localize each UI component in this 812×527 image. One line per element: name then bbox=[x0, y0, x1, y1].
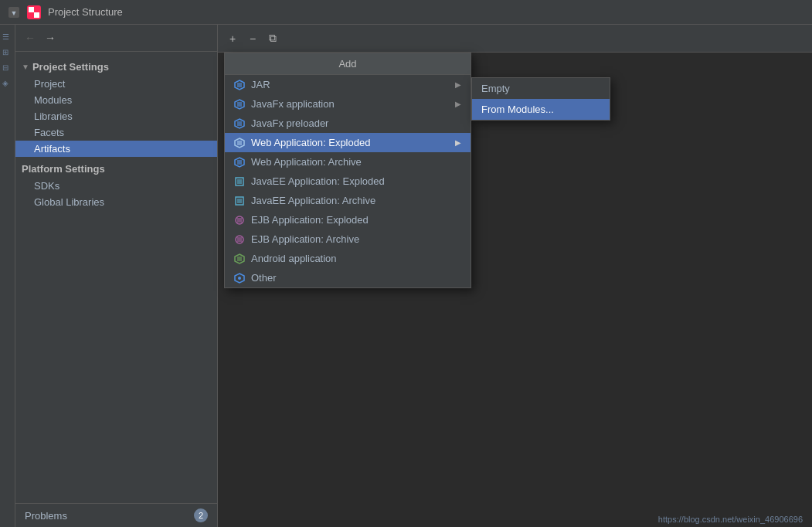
section-arrow: ▼ bbox=[22, 63, 29, 71]
problems-badge: 2 bbox=[194, 508, 208, 522]
menu-item-web-app-exploded-label: Web Application: Exploded bbox=[251, 137, 370, 148]
menu-item-other-label: Other bbox=[251, 272, 277, 284]
status-bar: https://blog.csdn.net/weixin_46906696 bbox=[649, 512, 812, 527]
remove-button[interactable]: − bbox=[244, 30, 261, 47]
sidebar-nav: ← → bbox=[15, 25, 217, 52]
menu-item-web-app-exploded[interactable]: Web Application: Exploded ▶ bbox=[225, 133, 471, 152]
menu-item-ejb-exploded[interactable]: EJB Application: Exploded bbox=[225, 210, 471, 230]
window-title: Project Structure bbox=[48, 6, 123, 18]
system-menu-icon[interactable]: ▼ bbox=[8, 6, 20, 19]
menu-item-javafx-preloader[interactable]: JavaFx preloader bbox=[225, 114, 471, 133]
web-app-submenu[interactable]: Empty From Modules... bbox=[471, 77, 610, 121]
app-logo bbox=[26, 5, 42, 20]
menu-item-web-app-archive[interactable]: Web Application: Archive bbox=[225, 152, 471, 172]
sidebar-tree: ▼ Project Settings Project Modules Libra… bbox=[15, 52, 217, 503]
sidebar-item-project[interactable]: Project bbox=[15, 76, 217, 92]
sidebar-item-libraries[interactable]: Libraries bbox=[15, 108, 217, 124]
javaee-archive-icon bbox=[234, 196, 245, 206]
jar-icon bbox=[234, 80, 245, 90]
dropdown-header: Add bbox=[225, 53, 471, 75]
sidebar-item-artifacts[interactable]: Artifacts bbox=[15, 141, 217, 157]
main-toolbar: + − ⧉ bbox=[218, 25, 812, 53]
web-app-archive-icon bbox=[234, 157, 245, 168]
menu-item-ejb-archive[interactable]: EJB Application: Archive bbox=[225, 230, 471, 249]
javafx-app-icon bbox=[234, 99, 245, 110]
sidebar-item-modules[interactable]: Modules bbox=[15, 92, 217, 108]
menu-item-other[interactable]: Other bbox=[225, 268, 471, 287]
problems-bar[interactable]: Problems 2 bbox=[15, 503, 217, 527]
title-bar: ▼ Project Structure bbox=[0, 0, 812, 25]
menu-item-javaee-archive-label: JavaEE Application: Archive bbox=[251, 195, 375, 206]
ejb-archive-icon bbox=[234, 234, 245, 245]
left-icon-4[interactable]: ◈ bbox=[2, 79, 13, 90]
sidebar: ← → ▼ Project Settings Project Modules L… bbox=[15, 25, 218, 527]
back-button[interactable]: ← bbox=[22, 29, 39, 46]
project-settings-label: Project Settings bbox=[32, 61, 109, 73]
web-app-exploded-icon bbox=[234, 138, 245, 148]
menu-item-javaee-exploded-label: JavaEE Application: Exploded bbox=[251, 175, 385, 187]
main-container: ☰ ⊞ ⊟ ◈ ← → ▼ Project Settings Project M… bbox=[0, 25, 812, 527]
other-icon bbox=[234, 273, 245, 284]
ejb-exploded-icon bbox=[234, 215, 245, 226]
menu-item-javaee-archive[interactable]: JavaEE Application: Archive bbox=[225, 191, 471, 210]
javaee-exploded-icon bbox=[234, 176, 245, 187]
submenu-item-from-modules-label: From Modules... bbox=[481, 104, 554, 115]
svg-text:▼: ▼ bbox=[11, 9, 18, 17]
submenu-item-empty[interactable]: Empty bbox=[472, 78, 610, 99]
menu-item-javafx-preloader-label: JavaFx preloader bbox=[251, 117, 328, 129]
left-icon-3[interactable]: ⊟ bbox=[2, 63, 13, 74]
problems-label: Problems bbox=[25, 510, 67, 522]
sidebar-item-global-libraries[interactable]: Global Libraries bbox=[15, 194, 217, 210]
status-url: https://blog.csdn.net/weixin_46906696 bbox=[658, 515, 803, 524]
main-content: + − ⧉ Add JAR ▶ bbox=[218, 25, 812, 527]
menu-item-android[interactable]: Android application bbox=[225, 249, 471, 268]
menu-item-javaee-exploded[interactable]: JavaEE Application: Exploded bbox=[225, 172, 471, 191]
menu-item-ejb-exploded-label: EJB Application: Exploded bbox=[251, 214, 369, 226]
svg-rect-4 bbox=[34, 12, 39, 18]
menu-item-ejb-archive-label: EJB Application: Archive bbox=[251, 233, 359, 245]
web-app-exploded-arrow: ▶ bbox=[455, 138, 461, 147]
javafx-preloader-icon bbox=[234, 118, 245, 129]
menu-item-javafx-app-label: JavaFx application bbox=[251, 98, 335, 110]
sidebar-item-facets[interactable]: Facets bbox=[15, 124, 217, 141]
left-icon-2[interactable]: ⊞ bbox=[2, 48, 13, 59]
android-icon bbox=[234, 253, 245, 264]
submenu-item-empty-label: Empty bbox=[481, 83, 510, 94]
jar-arrow: ▶ bbox=[455, 80, 461, 89]
left-icon-strip: ☰ ⊞ ⊟ ◈ bbox=[0, 25, 15, 527]
dropdown-overlay: Add JAR ▶ JavaFx application ▶ bbox=[218, 25, 812, 527]
sidebar-item-sdks[interactable]: SDKs bbox=[15, 178, 217, 194]
platform-settings-header: Platform Settings bbox=[15, 157, 217, 178]
left-icon-1[interactable]: ☰ bbox=[2, 32, 13, 43]
add-button[interactable]: + bbox=[224, 30, 241, 47]
javafx-app-arrow: ▶ bbox=[455, 100, 461, 108]
menu-item-javafx-app[interactable]: JavaFx application ▶ bbox=[225, 94, 471, 114]
add-dropdown-menu[interactable]: Add JAR ▶ JavaFx application ▶ bbox=[224, 53, 471, 288]
svg-point-46 bbox=[238, 277, 241, 280]
svg-rect-3 bbox=[29, 7, 34, 12]
menu-item-android-label: Android application bbox=[251, 253, 337, 264]
menu-item-web-app-archive-label: Web Application: Archive bbox=[251, 156, 362, 168]
copy-button[interactable]: ⧉ bbox=[264, 30, 281, 47]
submenu-item-from-modules[interactable]: From Modules... bbox=[472, 99, 610, 120]
menu-item-jar-label: JAR bbox=[251, 79, 270, 90]
menu-item-jar[interactable]: JAR ▶ bbox=[225, 75, 471, 94]
forward-button[interactable]: → bbox=[42, 29, 59, 46]
project-settings-header: ▼ Project Settings bbox=[15, 58, 217, 76]
